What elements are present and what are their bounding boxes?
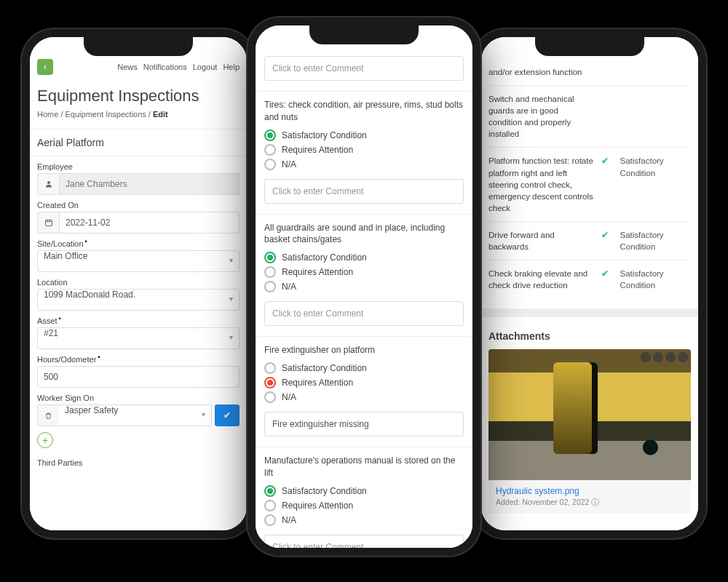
radio-icon	[264, 144, 276, 156]
divider	[256, 336, 472, 337]
divider	[256, 91, 472, 92]
comment-input-top[interactable]	[264, 56, 464, 81]
attachment-meta: Hydraulic system.png Added: November 02,…	[488, 480, 691, 514]
label-thirdparties: Third Parties	[37, 458, 240, 467]
radio-tires-att[interactable]: Requires Attention	[264, 144, 464, 156]
comment-guards[interactable]	[264, 301, 464, 326]
radio-icon	[264, 129, 276, 141]
result-label: Drive forward and backwards	[488, 229, 594, 252]
label-hours: Hours/Odometer	[37, 355, 240, 364]
plus-icon: +	[42, 434, 48, 446]
result-row: Drive forward and backwards ✔ Satisfacto…	[488, 221, 691, 260]
attachment-date: Added: November 02, 2022 ⓘ	[496, 498, 684, 508]
result-status	[620, 93, 691, 140]
person-icon	[37, 173, 59, 195]
site-select[interactable]: Main Office	[37, 250, 240, 272]
radio-icon	[264, 514, 276, 526]
radio-guards-sat[interactable]: Satisfactory Condition	[264, 252, 464, 263]
location-select[interactable]: 1099 MacDonald Road.	[37, 289, 240, 311]
radio-manual-sat[interactable]: Satisfactory Condition	[264, 485, 464, 497]
confirm-button[interactable]: ✔	[215, 404, 240, 426]
radio-icon	[264, 485, 276, 497]
created-field[interactable]	[59, 212, 240, 234]
result-row: Check braking elevate and check drive re…	[488, 260, 691, 298]
check-icon: ✔	[601, 268, 613, 291]
radio-guards-na[interactable]: N/A	[264, 281, 464, 292]
breadcrumb: Home / Equipment Inspections / Edit	[37, 110, 240, 119]
nav-help[interactable]: Help	[223, 63, 240, 71]
check-icon	[601, 66, 613, 78]
nav-logout[interactable]: Logout	[193, 63, 218, 71]
radio-icon	[264, 252, 276, 263]
label-asset: Asset	[37, 316, 240, 325]
result-row: and/or extension function	[488, 59, 691, 85]
comment-tires[interactable]	[264, 179, 464, 204]
worker-row: Jasper Safety ✔	[37, 404, 240, 426]
screen-form: ‹ News Notifications Logout Help Equipme…	[30, 37, 247, 530]
trash-icon[interactable]	[37, 404, 59, 426]
calendar-icon	[37, 212, 59, 234]
add-worker-button[interactable]: +	[37, 432, 53, 448]
tool-icon[interactable]	[653, 352, 663, 362]
hydraulic-photo	[488, 349, 691, 480]
tool-icon[interactable]	[641, 352, 651, 362]
back-button[interactable]: ‹	[37, 59, 53, 75]
phone-right: and/or extension function Switch and mec…	[473, 29, 706, 538]
tool-icon[interactable]	[665, 352, 676, 362]
svg-point-0	[47, 181, 50, 184]
result-label: Check braking elevate and check drive re…	[488, 268, 594, 291]
divider	[256, 447, 472, 447]
tool-icon[interactable]	[678, 352, 688, 362]
section-title: Aerial Platform	[37, 137, 240, 148]
crumb-current: Edit	[153, 110, 168, 119]
crumb-home[interactable]: Home	[37, 110, 58, 119]
radio-icon	[264, 391, 276, 403]
radio-manual-na[interactable]: N/A	[264, 514, 464, 526]
result-status: Satisfactory Condition	[620, 229, 691, 252]
radio-fire-na[interactable]: N/A	[264, 391, 464, 403]
attachment-filename[interactable]: Hydraulic system.png	[496, 486, 684, 496]
label-employee: Employee	[37, 162, 240, 171]
radio-icon	[264, 500, 276, 511]
radio-icon	[264, 362, 276, 374]
svg-rect-1	[45, 220, 52, 226]
radio-icon	[264, 281, 276, 292]
radio-icon	[264, 377, 276, 388]
hours-field[interactable]	[37, 366, 240, 388]
check-icon: ✔	[601, 229, 613, 252]
check-icon: ✔	[601, 155, 613, 213]
result-status: Satisfactory Condition	[620, 268, 691, 291]
radio-icon	[264, 266, 276, 278]
radio-guards-att[interactable]: Requires Attention	[264, 266, 464, 278]
label-worker: Worker Sign On	[37, 394, 240, 402]
check-icon: ✔	[223, 410, 231, 420]
divider	[30, 156, 247, 156]
attachments-title: Attachments	[488, 330, 691, 342]
radio-icon	[264, 159, 276, 170]
attachment-card[interactable]: Hydraulic system.png Added: November 02,…	[488, 349, 691, 514]
worker-select[interactable]: Jasper Safety	[59, 404, 212, 426]
result-label: Platform function test: rotate platform …	[488, 155, 594, 213]
employee-row: Jane Chambers	[37, 173, 240, 195]
employee-field: Jane Chambers	[59, 173, 240, 195]
radio-manual-att[interactable]: Requires Attention	[264, 500, 464, 511]
section-separator	[481, 308, 698, 317]
comment-manual[interactable]	[264, 535, 464, 548]
result-row: Platform function test: rotate platform …	[488, 147, 691, 220]
radio-fire-att[interactable]: Requires Attention	[264, 377, 464, 388]
result-label: Switch and mechanical guards are in good…	[488, 93, 594, 140]
nav-notifications[interactable]: Notifications	[143, 63, 187, 71]
asset-select[interactable]: #21	[37, 327, 240, 349]
nav-news[interactable]: News	[117, 63, 138, 71]
result-label: and/or extension function	[488, 66, 594, 78]
comment-fire[interactable]	[264, 412, 464, 436]
divider	[30, 129, 247, 129]
crumb-section[interactable]: Equipment Inspections	[66, 110, 146, 119]
chevron-left-icon: ‹	[44, 62, 47, 72]
check-icon	[601, 93, 613, 140]
radio-fire-sat[interactable]: Satisfactory Condition	[264, 362, 464, 374]
created-row	[37, 212, 240, 234]
radio-tires-sat[interactable]: Satisfactory Condition	[264, 129, 464, 141]
question-manual: Manufacture's operations manual is store…	[264, 455, 464, 479]
radio-tires-na[interactable]: N/A	[264, 159, 464, 170]
